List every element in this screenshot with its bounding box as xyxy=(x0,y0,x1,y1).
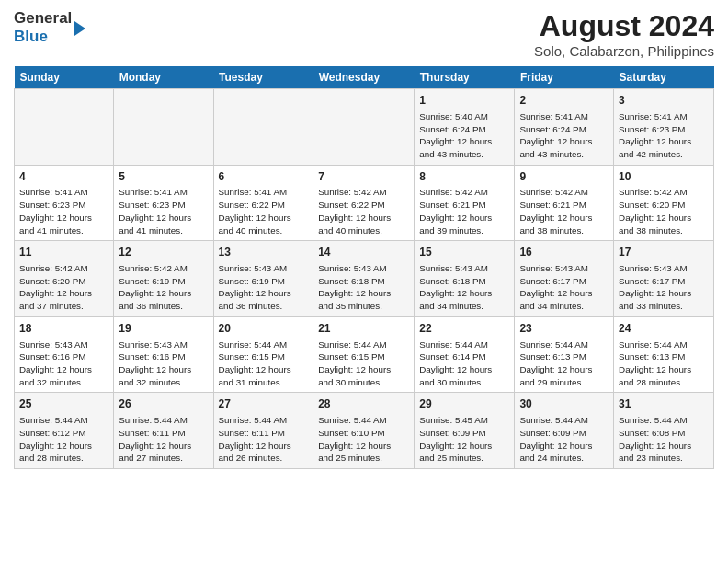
day-number: 11 xyxy=(19,245,108,260)
logo-blue: Blue xyxy=(14,28,72,46)
calendar-week-row: 1Sunrise: 5:40 AM Sunset: 6:24 PM Daylig… xyxy=(15,89,714,166)
day-info: Sunrise: 5:42 AM Sunset: 6:20 PM Dayligh… xyxy=(19,262,108,313)
day-number: 21 xyxy=(318,321,409,337)
calendar-cell: 17Sunrise: 5:43 AM Sunset: 6:17 PM Dayli… xyxy=(614,241,714,317)
calendar-cell: 18Sunrise: 5:43 AM Sunset: 6:16 PM Dayli… xyxy=(15,316,114,393)
day-info: Sunrise: 5:44 AM Sunset: 6:13 PM Dayligh… xyxy=(619,339,709,389)
calendar-cell: 24Sunrise: 5:44 AM Sunset: 6:13 PM Dayli… xyxy=(614,316,714,393)
day-number: 24 xyxy=(619,321,709,337)
day-number: 23 xyxy=(519,321,609,337)
calendar-cell: 31Sunrise: 5:44 AM Sunset: 6:08 PM Dayli… xyxy=(614,393,714,469)
day-number: 28 xyxy=(318,396,409,412)
calendar-cell xyxy=(313,89,415,166)
day-number: 12 xyxy=(119,245,208,260)
day-info: Sunrise: 5:44 AM Sunset: 6:08 PM Dayligh… xyxy=(619,414,709,465)
calendar-cell: 15Sunrise: 5:43 AM Sunset: 6:18 PM Dayli… xyxy=(415,241,515,317)
calendar-cell: 2Sunrise: 5:41 AM Sunset: 6:24 PM Daylig… xyxy=(515,89,614,166)
day-number: 6 xyxy=(219,169,309,185)
day-info: Sunrise: 5:43 AM Sunset: 6:18 PM Dayligh… xyxy=(318,262,409,313)
day-info: Sunrise: 5:43 AM Sunset: 6:18 PM Dayligh… xyxy=(419,262,509,313)
calendar-cell: 3Sunrise: 5:41 AM Sunset: 6:23 PM Daylig… xyxy=(614,89,714,166)
day-info: Sunrise: 5:45 AM Sunset: 6:09 PM Dayligh… xyxy=(419,414,509,465)
col-header-wednesday: Wednesday xyxy=(313,66,415,89)
logo-arrow-icon xyxy=(74,21,85,36)
day-info: Sunrise: 5:43 AM Sunset: 6:16 PM Dayligh… xyxy=(119,339,208,389)
day-number: 9 xyxy=(519,169,609,185)
calendar-week-row: 25Sunrise: 5:44 AM Sunset: 6:12 PM Dayli… xyxy=(15,393,714,469)
calendar-week-row: 11Sunrise: 5:42 AM Sunset: 6:20 PM Dayli… xyxy=(15,241,714,317)
col-header-monday: Monday xyxy=(114,66,213,89)
page-title: August 2024 xyxy=(534,9,714,43)
day-number: 5 xyxy=(119,169,208,185)
day-number: 10 xyxy=(619,169,709,185)
day-number: 25 xyxy=(19,396,108,412)
calendar-cell: 27Sunrise: 5:44 AM Sunset: 6:11 PM Dayli… xyxy=(213,393,313,469)
calendar-header-row: SundayMondayTuesdayWednesdayThursdayFrid… xyxy=(15,66,714,89)
col-header-tuesday: Tuesday xyxy=(213,66,313,89)
day-number: 18 xyxy=(19,321,108,337)
calendar-cell: 30Sunrise: 5:44 AM Sunset: 6:09 PM Dayli… xyxy=(515,393,614,469)
col-header-thursday: Thursday xyxy=(415,66,515,89)
day-number: 3 xyxy=(619,93,709,109)
day-info: Sunrise: 5:41 AM Sunset: 6:23 PM Dayligh… xyxy=(619,110,709,161)
day-info: Sunrise: 5:44 AM Sunset: 6:10 PM Dayligh… xyxy=(318,414,409,465)
calendar-cell: 14Sunrise: 5:43 AM Sunset: 6:18 PM Dayli… xyxy=(313,241,415,317)
page-subtitle: Solo, Calabarzon, Philippines xyxy=(534,43,714,59)
day-info: Sunrise: 5:44 AM Sunset: 6:13 PM Dayligh… xyxy=(519,339,609,389)
calendar-cell: 23Sunrise: 5:44 AM Sunset: 6:13 PM Dayli… xyxy=(515,316,614,393)
title-block: August 2024 Solo, Calabarzon, Philippine… xyxy=(534,9,714,59)
day-info: Sunrise: 5:44 AM Sunset: 6:11 PM Dayligh… xyxy=(219,414,309,465)
calendar-cell: 28Sunrise: 5:44 AM Sunset: 6:10 PM Dayli… xyxy=(313,393,415,469)
calendar-container: General Blue August 2024 Solo, Calabarzo… xyxy=(0,0,728,474)
day-number: 2 xyxy=(519,93,609,109)
day-info: Sunrise: 5:43 AM Sunset: 6:17 PM Dayligh… xyxy=(619,262,709,313)
calendar-cell: 16Sunrise: 5:43 AM Sunset: 6:17 PM Dayli… xyxy=(515,241,614,317)
day-number: 16 xyxy=(519,245,609,260)
calendar-week-row: 4Sunrise: 5:41 AM Sunset: 6:23 PM Daylig… xyxy=(15,165,714,241)
day-info: Sunrise: 5:44 AM Sunset: 6:14 PM Dayligh… xyxy=(419,339,509,389)
calendar-cell: 22Sunrise: 5:44 AM Sunset: 6:14 PM Dayli… xyxy=(415,316,515,393)
day-info: Sunrise: 5:41 AM Sunset: 6:22 PM Dayligh… xyxy=(219,186,309,236)
day-info: Sunrise: 5:44 AM Sunset: 6:12 PM Dayligh… xyxy=(19,414,108,465)
day-number: 8 xyxy=(419,169,509,185)
calendar-cell: 12Sunrise: 5:42 AM Sunset: 6:19 PM Dayli… xyxy=(114,241,213,317)
calendar-cell: 8Sunrise: 5:42 AM Sunset: 6:21 PM Daylig… xyxy=(415,165,515,241)
logo: General Blue xyxy=(14,9,85,45)
calendar-cell: 10Sunrise: 5:42 AM Sunset: 6:20 PM Dayli… xyxy=(614,165,714,241)
day-number: 20 xyxy=(219,321,309,337)
day-number: 14 xyxy=(318,245,409,260)
header: General Blue August 2024 Solo, Calabarzo… xyxy=(14,9,714,59)
calendar-cell: 9Sunrise: 5:42 AM Sunset: 6:21 PM Daylig… xyxy=(515,165,614,241)
calendar-cell: 5Sunrise: 5:41 AM Sunset: 6:23 PM Daylig… xyxy=(114,165,213,241)
day-info: Sunrise: 5:42 AM Sunset: 6:21 PM Dayligh… xyxy=(519,186,609,236)
day-number: 1 xyxy=(419,93,509,109)
logo-text: General Blue xyxy=(14,9,85,45)
calendar-cell: 11Sunrise: 5:42 AM Sunset: 6:20 PM Dayli… xyxy=(15,241,114,317)
col-header-friday: Friday xyxy=(515,66,614,89)
calendar-cell: 21Sunrise: 5:44 AM Sunset: 6:15 PM Dayli… xyxy=(313,316,415,393)
day-info: Sunrise: 5:42 AM Sunset: 6:22 PM Dayligh… xyxy=(318,186,409,236)
calendar-week-row: 18Sunrise: 5:43 AM Sunset: 6:16 PM Dayli… xyxy=(15,316,714,393)
day-info: Sunrise: 5:43 AM Sunset: 6:16 PM Dayligh… xyxy=(19,339,108,389)
day-number: 22 xyxy=(419,321,509,337)
day-number: 30 xyxy=(519,396,609,412)
calendar-cell: 1Sunrise: 5:40 AM Sunset: 6:24 PM Daylig… xyxy=(415,89,515,166)
calendar-cell: 7Sunrise: 5:42 AM Sunset: 6:22 PM Daylig… xyxy=(313,165,415,241)
calendar-cell: 29Sunrise: 5:45 AM Sunset: 6:09 PM Dayli… xyxy=(415,393,515,469)
day-number: 31 xyxy=(619,396,709,412)
day-info: Sunrise: 5:44 AM Sunset: 6:11 PM Dayligh… xyxy=(119,414,208,465)
calendar-table: SundayMondayTuesdayWednesdayThursdayFrid… xyxy=(14,66,714,469)
calendar-cell xyxy=(114,89,213,166)
calendar-cell: 19Sunrise: 5:43 AM Sunset: 6:16 PM Dayli… xyxy=(114,316,213,393)
day-info: Sunrise: 5:41 AM Sunset: 6:24 PM Dayligh… xyxy=(519,110,609,161)
day-info: Sunrise: 5:42 AM Sunset: 6:20 PM Dayligh… xyxy=(619,186,709,236)
day-info: Sunrise: 5:43 AM Sunset: 6:17 PM Dayligh… xyxy=(519,262,609,313)
day-number: 13 xyxy=(219,245,309,260)
day-number: 19 xyxy=(119,321,208,337)
day-info: Sunrise: 5:41 AM Sunset: 6:23 PM Dayligh… xyxy=(19,186,108,236)
calendar-cell: 13Sunrise: 5:43 AM Sunset: 6:19 PM Dayli… xyxy=(213,241,313,317)
day-number: 7 xyxy=(318,169,409,185)
col-header-sunday: Sunday xyxy=(15,66,114,89)
day-number: 4 xyxy=(19,169,108,185)
day-info: Sunrise: 5:42 AM Sunset: 6:19 PM Dayligh… xyxy=(119,262,208,313)
